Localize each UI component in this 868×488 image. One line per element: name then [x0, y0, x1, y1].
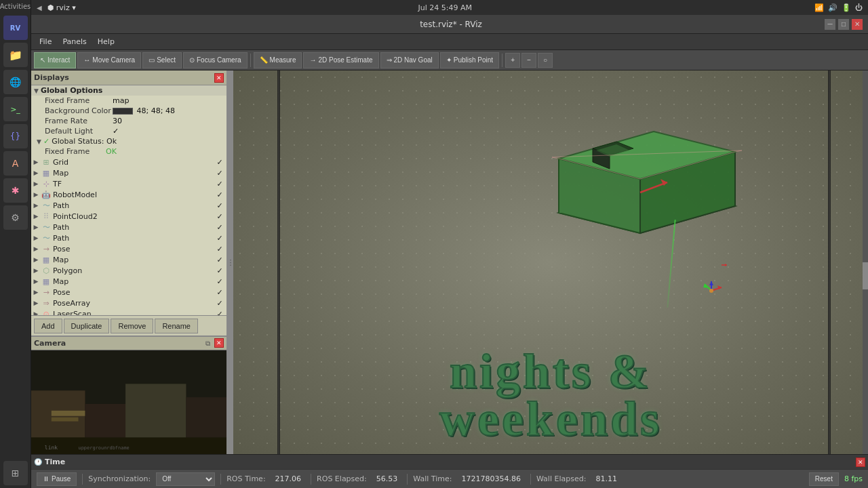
toolbar-extra-1[interactable]: + [505, 53, 520, 68]
background-color-swatch[interactable] [113, 108, 133, 115]
display-item-map2[interactable]: ▶ ▦ Map ✓ [31, 254, 226, 265]
robot-icon: 🤖 [41, 190, 52, 199]
display-item-pose2[interactable]: ▶ → Pose ✓ [31, 287, 226, 298]
display-item-laserscan[interactable]: ▶ ⊙ LaserScan ✓ [31, 308, 226, 315]
activity-terminal[interactable]: >_ [3, 97, 28, 121]
interact-button[interactable]: ↖ Interact [34, 52, 76, 68]
global-status-fixed-frame-value: OK [106, 147, 117, 156]
activity-code[interactable]: {} [3, 124, 28, 148]
display-item-map3[interactable]: ▶ ▦ Map ✓ [31, 276, 226, 287]
tf-label: TF [53, 180, 214, 188]
activities-label: Activities [0, 3, 31, 10]
toolbar-extra-2[interactable]: − [521, 53, 536, 68]
path2-check[interactable]: ✓ [214, 223, 225, 232]
menu-help[interactable]: Help [92, 36, 120, 47]
power-icon[interactable]: ⏻ [855, 3, 863, 12]
default-light-value[interactable]: ✓ [113, 127, 224, 136]
bottom-bar: ⏸ Pause Synchronization: Off Exact Appro… [31, 469, 868, 488]
display-item-robotmodel[interactable]: ▶ 🤖 RobotModel ✓ [31, 189, 226, 200]
pose2-check[interactable]: ✓ [214, 288, 225, 297]
display-item-path3[interactable]: ▶ 〜 Path ✓ [31, 232, 226, 243]
display-item-polygon[interactable]: ▶ ⬡ Polygon ✓ [31, 265, 226, 276]
rename-display-button[interactable]: Rename [155, 319, 198, 333]
add-display-button[interactable]: Add [34, 319, 62, 333]
pointcloud2-check[interactable]: ✓ [214, 212, 225, 221]
laserscan-check[interactable]: ✓ [214, 310, 225, 316]
global-status-row: ▼ ✓ Global Status: Ok [31, 136, 226, 146]
grid-check[interactable]: ✓ [214, 158, 225, 167]
bottom-sep-1 [82, 474, 83, 485]
panel-sash[interactable] [228, 70, 233, 454]
activity-grid9[interactable]: ⊞ [3, 461, 28, 485]
map-check[interactable]: ✓ [214, 169, 225, 178]
activity-asterisk[interactable]: ✱ [3, 178, 28, 203]
display-item-posearray[interactable]: ▶ ⇒ PoseArray ✓ [31, 298, 226, 308]
select-button[interactable]: ▭ Select [142, 52, 182, 68]
maximize-button[interactable]: □ [838, 19, 849, 30]
map2-check[interactable]: ✓ [214, 256, 225, 264]
reset-button[interactable]: Reset [809, 472, 839, 486]
fixed-frame-value[interactable]: map [113, 96, 224, 105]
display-item-pointcloud2[interactable]: ▶ ⠿ PointCloud2 ✓ [31, 211, 226, 222]
camera-undock-button[interactable]: ⧉ [202, 338, 213, 349]
display-item-path2[interactable]: ▶ 〜 Path ✓ [31, 222, 226, 232]
svg-rect-5 [52, 411, 85, 416]
background-color-text: 48; 48; 48 [137, 106, 175, 115]
focus-camera-button[interactable]: ⊙ Focus Camera [183, 52, 248, 68]
close-button[interactable]: ✕ [852, 19, 863, 30]
nav-goal-button[interactable]: ⇒ 2D Nav Goal [380, 52, 439, 68]
global-options-header[interactable]: ▼ Global Options [31, 85, 226, 96]
tf-check[interactable]: ✓ [214, 180, 225, 188]
display-item-tf[interactable]: ▶ ⊹ TF ✓ [31, 178, 226, 189]
move-camera-button[interactable]: ↔ Move Camera [77, 52, 141, 68]
path1-check[interactable]: ✓ [214, 201, 225, 210]
publish-point-button[interactable]: ✦ Publish Point [440, 52, 499, 68]
map3-check[interactable]: ✓ [214, 277, 225, 286]
pause-button[interactable]: ⏸ Pause [37, 472, 77, 486]
right-scrollbar-thumb[interactable] [863, 262, 868, 289]
wall-time-label: Wall Time: [413, 474, 452, 483]
polygon-check[interactable]: ✓ [214, 266, 225, 275]
menu-file[interactable]: File [34, 36, 57, 47]
measure-button[interactable]: 📏 Measure [254, 52, 302, 68]
map2-label: Map [53, 256, 214, 264]
bottom-sep-3 [311, 474, 311, 485]
view-canvas[interactable]: nights & weekends [233, 70, 868, 454]
duplicate-display-button[interactable]: Duplicate [64, 319, 110, 333]
display-item-path1[interactable]: ▶ 〜 Path ✓ [31, 200, 226, 211]
time-bar-close-button[interactable]: ✕ [856, 458, 865, 467]
display-item-grid[interactable]: ▶ ⊞ Grid ✓ [31, 157, 226, 167]
display-item-map[interactable]: ▶ ▦ Map ✓ [31, 167, 226, 178]
pose-check[interactable]: ✓ [214, 245, 225, 253]
activity-files[interactable]: 📁 [3, 43, 28, 67]
displays-content: ▼ Global Options Fixed Frame map Backgro… [31, 85, 226, 315]
display-item-pose[interactable]: ▶ → Pose ✓ [31, 243, 226, 254]
activity-browser[interactable]: 🌐 [3, 70, 28, 94]
pose-estimate-button[interactable]: → 2D Pose Estimate [303, 52, 378, 68]
toolbar-extra-3[interactable]: ○ [538, 53, 553, 68]
menu-panels[interactable]: Panels [57, 36, 92, 47]
wall-time-value: 1721780354.86 [457, 474, 524, 483]
activity-rviz[interactable]: RV [3, 16, 28, 40]
activity-font[interactable]: A [3, 151, 28, 176]
map2-icon: ▦ [41, 255, 52, 264]
right-scrollbar[interactable] [863, 70, 868, 454]
fixed-frame-label: Fixed Frame [45, 96, 113, 105]
svg-point-26 [709, 289, 713, 293]
displays-close-button[interactable]: ✕ [214, 73, 224, 83]
sync-dropdown[interactable]: Off Exact Approximate [156, 472, 215, 486]
minimize-button[interactable]: ─ [825, 19, 835, 30]
robotmodel-check[interactable]: ✓ [214, 190, 225, 199]
camera-close-button[interactable]: ✕ [214, 338, 224, 348]
global-status-fixed-frame-label: Fixed Frame [45, 147, 106, 156]
path3-check[interactable]: ✓ [214, 234, 225, 243]
remove-display-button[interactable]: Remove [111, 319, 153, 333]
posearray-check[interactable]: ✓ [214, 299, 225, 308]
frame-rate-value[interactable]: 30 [113, 117, 224, 125]
app-name-label[interactable]: ⬢ rviz ▾ [47, 3, 76, 12]
activity-gear[interactable]: ⚙ [3, 205, 28, 230]
robot-axes-marker [698, 277, 725, 306]
svg-marker-28 [725, 264, 727, 266]
background-color-value[interactable]: 48; 48; 48 [113, 106, 224, 115]
main-3d-view[interactable]: nights & weekends [233, 70, 868, 454]
